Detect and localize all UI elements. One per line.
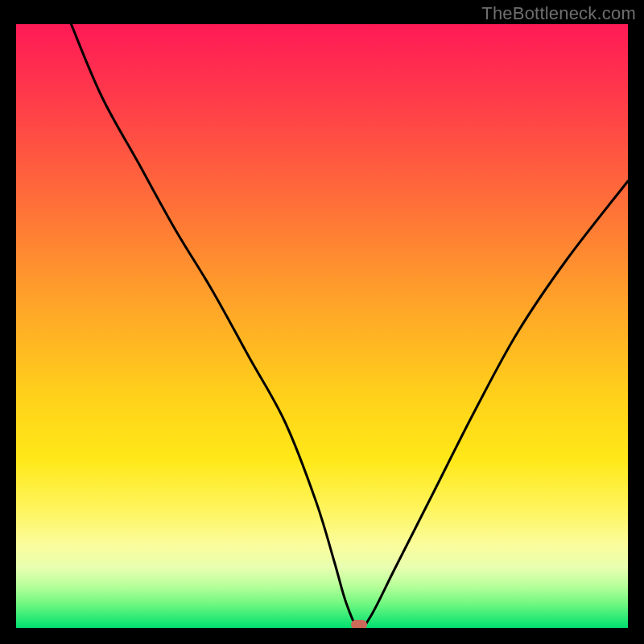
curve-path: [71, 24, 628, 628]
minimum-marker: [351, 620, 367, 628]
bottleneck-curve: [16, 24, 628, 628]
chart-frame: TheBottleneck.com: [0, 0, 644, 644]
watermark-text: TheBottleneck.com: [481, 3, 636, 24]
plot-area: [16, 24, 628, 628]
